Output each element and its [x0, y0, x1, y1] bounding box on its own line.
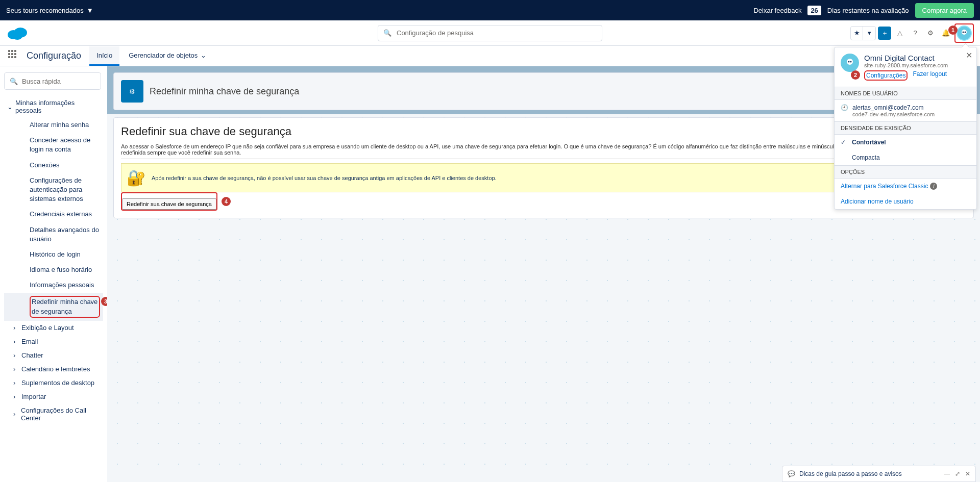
feedback-link[interactable]: Deixar feedback — [753, 7, 801, 14]
svg-point-5 — [965, 31, 966, 33]
nav-tab-bar: Configuração Início Gerenciador de objet… — [0, 46, 980, 66]
callout-badge-1: 1 — [948, 26, 958, 35]
tree-item-reset-token[interactable]: Redefinir minha chave de segurança 3 — [4, 293, 103, 320]
user-avatar[interactable] — [957, 26, 972, 41]
tree-item-login-history[interactable]: Histórico de login — [4, 247, 103, 262]
tree-item-auth-settings[interactable]: Configurações de autenticação para siste… — [4, 173, 103, 207]
setup-gear-icon: ⚙ — [121, 80, 143, 103]
chevron-right-icon: › — [13, 365, 18, 373]
switch-to-classic-link[interactable]: Alternar para Salesforce Classic i — [835, 179, 976, 194]
svg-point-4 — [963, 31, 964, 33]
walkthrough-tips-bar[interactable]: 💬 Dicas de guia passo a passo e avisos —… — [782, 466, 976, 482]
close-icon[interactable]: ✕ — [965, 470, 970, 477]
tree-item-personal-info[interactable]: Informações pessoais — [4, 277, 103, 293]
global-search-input[interactable]: 🔍 Configuração de pesquisa — [378, 25, 602, 41]
lock-warning-icon: 🔐 — [127, 169, 145, 187]
user-domain: site-ruby-2800.my.salesforce.com — [864, 62, 970, 68]
search-icon: 🔍 — [10, 78, 18, 85]
tree-label: Importar — [21, 393, 46, 400]
buy-now-button[interactable]: Comprar agora — [915, 3, 974, 18]
tree-parent-label: Minhas informações pessoais — [15, 99, 100, 114]
tours-label: Seus tours recomendados — [6, 7, 84, 14]
tree-item-external-credentials[interactable]: Credenciais externas — [4, 207, 103, 222]
quick-find-input[interactable]: 🔍 Busca rápida — [4, 72, 101, 90]
settings-link[interactable]: Configurações — [866, 72, 905, 79]
tree-item-change-password[interactable]: Alterar minha senha — [4, 117, 103, 133]
usernames-section-title: NOMES DE USUÁRIO — [835, 87, 976, 100]
tree-item-language-timezone[interactable]: Idioma e fuso horário — [4, 262, 103, 277]
chevron-right-icon: › — [13, 351, 18, 359]
tab-object-manager[interactable]: Gerenciador de objetos ⌄ — [121, 46, 213, 66]
username-email: alertas_omni@code7.com — [852, 104, 935, 111]
days-remaining-badge: 26 — [807, 6, 821, 15]
star-icon[interactable]: ★ — [851, 27, 863, 40]
search-placeholder: Configuração de pesquisa — [397, 29, 474, 37]
clock-icon: 🕘 — [841, 104, 848, 117]
check-icon: ✓ — [841, 139, 846, 146]
chevron-right-icon: › — [13, 410, 18, 418]
tree-display-layout[interactable]: ›Exibição e Layout — [4, 321, 103, 335]
tree-call-center[interactable]: ›Configurações do Call Center — [4, 403, 103, 425]
astro-icon — [959, 28, 969, 38]
chevron-down-icon: ⌄ — [201, 52, 206, 59]
tree-label: Exibição e Layout — [21, 324, 74, 332]
tree-parent-personal-info[interactable]: ⌄ Minhas informações pessoais — [4, 96, 103, 117]
days-remaining-text: Dias restantes na avaliação — [827, 7, 909, 14]
tree-label: Suplementos de desktop — [21, 379, 94, 387]
chevron-right-icon: › — [13, 338, 18, 345]
setup-gear-icon[interactable]: ⚙ — [924, 27, 937, 40]
switch-classic-label: Alternar para Salesforce Classic — [841, 183, 928, 190]
tree-import[interactable]: ›Importar — [4, 390, 103, 403]
username-entry[interactable]: 🕘 alertas_omni@code7.com code7-dev-ed.my… — [835, 100, 976, 121]
app-launcher-icon[interactable] — [8, 50, 20, 62]
tree-item-user-details[interactable]: Detalhes avançados do usuário — [4, 222, 103, 247]
trial-bar: Seus tours recomendados ▼ Deixar feedbac… — [0, 0, 980, 20]
chevron-right-icon: › — [13, 379, 18, 387]
astro-avatar-icon — [841, 54, 859, 72]
density-compact[interactable]: Compacta — [835, 150, 976, 165]
tab-home[interactable]: Início — [89, 46, 119, 66]
help-icon[interactable]: ? — [909, 27, 922, 40]
trial-tours[interactable]: Seus tours recomendados ▼ — [6, 7, 93, 14]
tree-label: Email — [21, 338, 38, 345]
search-icon: 🔍 — [383, 29, 391, 37]
add-username-link[interactable]: Adicionar nome de usuário — [835, 194, 976, 209]
tree-label: Calendário e lembretes — [21, 365, 90, 373]
callout-badge-2: 2 — [851, 70, 860, 80]
warning-text: Após redefinir a sua chave de segurança,… — [152, 175, 497, 181]
minimize-icon[interactable]: — — [944, 470, 950, 477]
density-section-title: DENSIDADE DE EXIBIÇÃO — [835, 121, 976, 135]
reset-token-button[interactable]: Redefinir sua chave de segurança — [122, 198, 216, 210]
global-actions-icon[interactable]: ＋ — [878, 27, 891, 40]
tree-desktop-addons[interactable]: ›Suplementos de desktop — [4, 376, 103, 390]
tree-calendar[interactable]: ›Calendário e lembretes — [4, 362, 103, 376]
svg-point-6 — [847, 59, 853, 65]
close-icon[interactable]: ✕ — [966, 50, 972, 60]
tree-item-grant-login[interactable]: Conceder acesso de login na conta — [4, 133, 103, 157]
tree-chatter[interactable]: ›Chatter — [4, 348, 103, 362]
chevron-down-icon[interactable]: ▾ — [863, 27, 875, 40]
trailhead-icon[interactable]: △ — [893, 27, 906, 40]
page-title: Redefinir minha chave de segurança — [150, 86, 299, 97]
svg-point-2 — [12, 32, 22, 40]
density-comfortable[interactable]: ✓ Confortável — [835, 135, 976, 150]
logout-link[interactable]: Fazer logout — [913, 70, 947, 81]
chevron-down-icon: ▼ — [87, 7, 93, 14]
tree-item-connections[interactable]: Conexões — [4, 158, 103, 173]
app-title: Configuração — [27, 50, 81, 61]
global-header: 🔍 Configuração de pesquisa ★ ▾ ＋ △ ? ⚙ 🔔… — [0, 20, 980, 46]
quick-find-placeholder: Busca rápida — [22, 78, 61, 85]
density-comfortable-label: Confortável — [852, 139, 886, 146]
callout-badge-4: 4 — [222, 197, 231, 206]
info-icon: i — [930, 183, 937, 190]
salesforce-logo-icon[interactable] — [6, 26, 29, 41]
tree-email[interactable]: ›Email — [4, 335, 103, 348]
svg-point-7 — [848, 61, 850, 63]
tree-item-reset-token-label: Redefinir minha chave de segurança — [32, 298, 97, 315]
chat-bubble-icon: 💬 — [788, 470, 795, 477]
tree-label: Chatter — [21, 351, 43, 359]
favorites-menu[interactable]: ★ ▾ — [850, 26, 876, 40]
expand-icon[interactable]: ⤢ — [955, 470, 960, 477]
options-section-title: OPÇÕES — [835, 165, 976, 179]
username-domain: code7-dev-ed.my.salesforce.com — [852, 111, 935, 117]
